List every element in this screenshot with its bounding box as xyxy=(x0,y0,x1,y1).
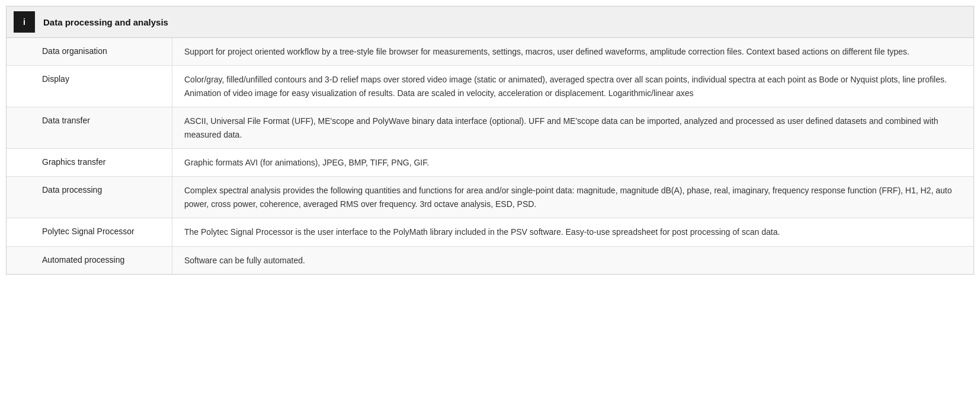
table-row: DisplayColor/gray, filled/unfilled conto… xyxy=(7,66,973,107)
row-label: Data organisation xyxy=(7,38,172,65)
data-processing-table: i Data processing and analysis Data orga… xyxy=(6,6,974,275)
row-label: Polytec Signal Processor xyxy=(7,218,172,246)
info-icon: i xyxy=(14,11,35,33)
table-title: Data processing and analysis xyxy=(43,17,168,27)
table-row: Data organisationSupport for project ori… xyxy=(7,38,973,66)
table-row: Graphics transferGraphic formats AVI (fo… xyxy=(7,149,973,177)
row-value: Graphic formats AVI (for animations), JP… xyxy=(172,149,973,176)
table-row: Data processingComplex spectral analysis… xyxy=(7,177,973,218)
row-value: Support for project oriented workflow by… xyxy=(172,38,973,65)
table-header: i Data processing and analysis xyxy=(7,7,973,38)
row-label: Graphics transfer xyxy=(7,149,172,176)
table-body: Data organisationSupport for project ori… xyxy=(7,38,973,274)
row-value: Complex spectral analysis provides the f… xyxy=(172,177,973,218)
row-label: Data processing xyxy=(7,177,172,218)
table-row: Data transferASCII, Universal File Forma… xyxy=(7,107,973,149)
row-label: Display xyxy=(7,66,172,107)
row-label: Data transfer xyxy=(7,107,172,148)
table-row: Polytec Signal ProcessorThe Polytec Sign… xyxy=(7,218,973,246)
row-value: ASCII, Universal File Format (UFF), ME's… xyxy=(172,107,973,148)
row-value: Color/gray, filled/unfilled contours and… xyxy=(172,66,973,107)
row-value: Software can be fully automated. xyxy=(172,247,973,274)
row-label: Automated processing xyxy=(7,247,172,274)
table-row: Automated processingSoftware can be full… xyxy=(7,247,973,274)
row-value: The Polytec Signal Processor is the user… xyxy=(172,218,973,246)
